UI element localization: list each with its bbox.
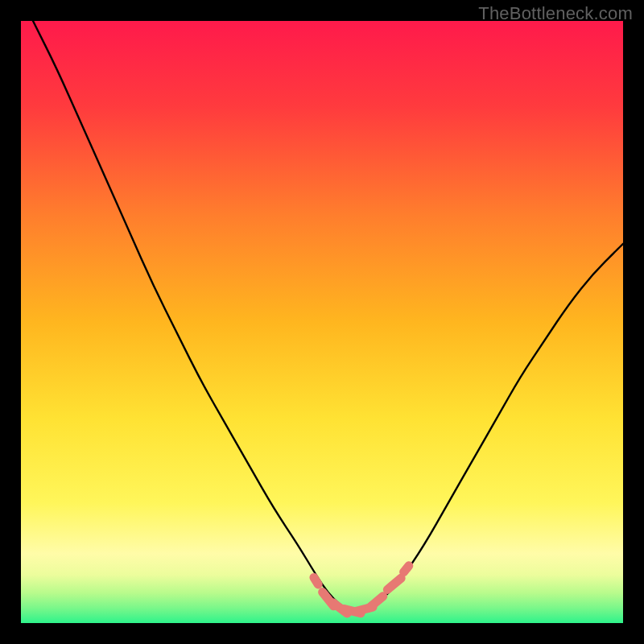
flat-segment-far-right [404,566,409,572]
watermark-text: TheBottleneck.com [478,3,633,24]
flat-segment-right-edge [387,578,401,589]
curve-markers [314,566,409,613]
curve-path [33,21,623,611]
bottleneck-curve [33,21,623,611]
flat-segment-right-mid [369,597,383,608]
flat-segment-left-edge [314,577,318,584]
chart-frame: TheBottleneck.com [0,0,644,644]
chart-svg [21,21,623,623]
